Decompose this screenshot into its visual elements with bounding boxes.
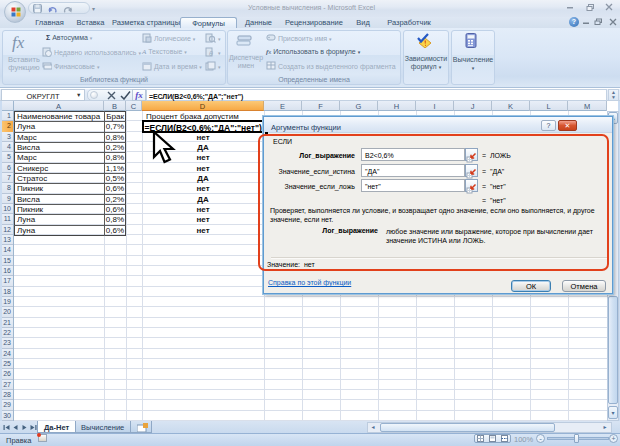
svg-text:θ: θ [209,50,213,57]
